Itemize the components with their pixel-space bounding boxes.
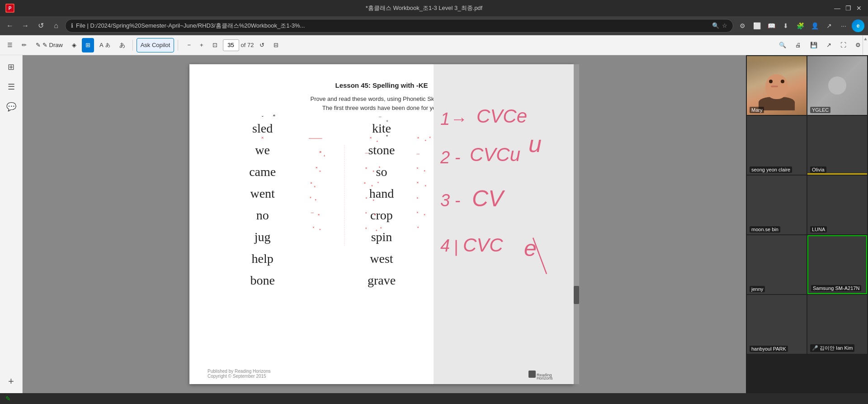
bookmarks-button[interactable]: ☰	[3, 79, 19, 95]
svg-text:4: 4	[440, 236, 450, 255]
whiteboard-svg: 1→ CVCe 2 - CVCu u 3 - CV 4 CVC e	[434, 64, 574, 384]
participant-name-yglec: YGLEC	[810, 107, 830, 113]
word-we: we	[255, 143, 270, 157]
main-content: ⊞ ☰ 💬 + Lesson 45: Spelling with -KE Pro…	[0, 55, 868, 393]
annotate-button[interactable]: ✏	[18, 38, 30, 52]
window-controls: — ❐ ✕	[834, 5, 863, 12]
lang-button[interactable]: あ	[116, 38, 129, 52]
participant-tile-luna[interactable]: LUNA	[807, 176, 867, 234]
font-button[interactable]: Aあ	[96, 38, 114, 52]
zoom-out-button[interactable]: −	[184, 38, 194, 52]
pdf-toolbar: ☰ ✏ ✎ ✎ Draw ◈ ⊞ Aあ あ Ask Copilot − + ⊡ …	[0, 35, 868, 55]
word-west: west	[370, 252, 393, 266]
footer-right-logo: Reading Horizons	[528, 369, 556, 380]
print-button[interactable]: 🖨	[792, 38, 805, 52]
back-button[interactable]: ←	[4, 19, 16, 32]
status-bar: ✎	[0, 393, 868, 404]
edge-copilot-icon[interactable]: e	[852, 19, 864, 32]
address-bar[interactable]: ℹ File | D:/2024/Spring%20Semester-April…	[65, 19, 733, 33]
participant-name-iankim: 🎤 김이안 Ian Kim	[810, 344, 854, 352]
word-kite: ki¯te+*	[372, 121, 391, 136]
toolbar-scroll[interactable]: ▲	[863, 35, 868, 55]
word-bone: bone	[250, 273, 274, 288]
search-pdf-button[interactable]: 🔍	[775, 38, 790, 52]
instruction-line1: Prove and read these words, using Phonet…	[310, 95, 453, 102]
word-column-2: ki¯te+* stone so hand crop spin west gra…	[350, 121, 413, 288]
close-button[interactable]: ✕	[855, 5, 863, 12]
extensions-icon[interactable]: 🧩	[794, 19, 807, 32]
svg-text:CV: CV	[472, 186, 505, 211]
pdf-page: Lesson 45: Spelling with -KE Prove and r…	[189, 64, 574, 384]
profile-icon[interactable]: 👤	[808, 19, 821, 32]
menu-button[interactable]: ☰	[4, 38, 16, 52]
forward-button[interactable]: →	[19, 19, 32, 32]
share-icon[interactable]: ↗	[823, 19, 835, 32]
participant-name-seong: seong yeon claire	[750, 166, 792, 173]
fit-width-button[interactable]: ⊟	[270, 38, 282, 52]
rotation-button[interactable]: ↺	[256, 38, 268, 52]
save-button[interactable]: 💾	[807, 38, 821, 52]
participant-name-mary: Mary	[750, 107, 764, 113]
participant-name-luna: LUNA	[810, 226, 827, 233]
participant-tile-seong[interactable]: seong yeon claire	[747, 116, 807, 175]
reading-mode-icon[interactable]: 📖	[765, 19, 778, 32]
word-grave: grave	[368, 273, 396, 288]
thumbnails-button[interactable]: ⊞	[3, 59, 19, 75]
word-sled: sleˇd * ×	[252, 121, 273, 136]
footer-left: Published by Reading Horizons Copyright …	[208, 369, 271, 380]
pdf-footer: Published by Reading Horizons Copyright …	[189, 369, 574, 380]
url-text: File | D:/2024/Spring%20Semester-April~J…	[76, 22, 709, 30]
participant-tile-olivia[interactable]: Olivia	[807, 116, 867, 175]
participant-name-jenny: jenny	[750, 286, 765, 292]
page-number-input[interactable]	[223, 39, 239, 51]
word-went: went	[250, 186, 274, 201]
participant-name-samsung: Samsung SM-A217N	[811, 285, 861, 291]
word-so: so	[376, 165, 387, 179]
browser-actions: ⚙ ⬜ 📖 ⬇ 🧩 👤 ↗ ··· e	[736, 19, 864, 32]
home-button[interactable]: ⌂	[50, 19, 62, 32]
more-icon[interactable]: ···	[837, 19, 850, 32]
fit-page-button[interactable]: ⊡	[209, 38, 221, 52]
participant-tile-moonsebin[interactable]: moon.se bin	[747, 176, 807, 234]
word-came: came	[249, 165, 276, 179]
svg-text:P: P	[9, 6, 12, 11]
participant-name-moonsebin: moon.se bin	[750, 226, 780, 233]
fullscreen-button[interactable]: ⛶	[837, 38, 850, 52]
word-column-1: sleˇd * × we came went no jug help bone	[231, 121, 294, 288]
app-logo: P	[5, 4, 14, 13]
comments-button[interactable]: 💬	[3, 99, 19, 115]
participant-panel: Mary YGLEC seong yeon claire Olivia moon…	[746, 55, 868, 393]
add-button[interactable]: +	[3, 373, 19, 390]
participant-tile-samsung[interactable]: Samsung SM-A217N	[807, 235, 867, 294]
svg-text:Horizons: Horizons	[537, 376, 553, 380]
participant-tile-mary[interactable]: Mary	[747, 56, 807, 115]
instruction-line2: The first three words have been done for…	[322, 105, 441, 111]
pdf-viewer[interactable]: Lesson 45: Spelling with -KE Prove and r…	[23, 55, 746, 393]
pdf-scrollbar-thumb[interactable]	[574, 286, 579, 304]
draw-button[interactable]: ✎ ✎ Draw	[32, 38, 66, 52]
svg-text:2 -: 2 -	[440, 148, 460, 167]
eraser-button[interactable]: ◈	[68, 38, 80, 52]
word-help: help	[252, 252, 274, 266]
participant-tile-jenny[interactable]: jenny	[747, 235, 807, 294]
page-total: of 72	[241, 42, 254, 48]
split-view-icon[interactable]: ⬜	[750, 19, 763, 32]
minimize-button[interactable]: —	[834, 5, 841, 12]
restore-button[interactable]: ❐	[844, 5, 852, 12]
share-pdf-button[interactable]: ↗	[823, 38, 835, 52]
participant-tile-iankim[interactable]: 🎤 김이안 Ian Kim	[807, 295, 867, 354]
settings-icon[interactable]: ⚙	[736, 19, 749, 32]
layout-button[interactable]: ⊞	[82, 38, 94, 52]
copilot-button[interactable]: Ask Copilot	[137, 38, 175, 52]
refresh-button[interactable]: ↺	[34, 19, 47, 32]
download-icon[interactable]: ⬇	[779, 19, 792, 32]
participant-tile-yglec[interactable]: YGLEC	[807, 56, 867, 115]
title-bar: P *홈클래스 Workbook_조1-3 Level 3_최종.pdf — ❐…	[0, 0, 868, 16]
participant-tile-hanbyoul[interactable]: hanbyoul PARK	[747, 295, 807, 354]
svg-text:3 -: 3 -	[440, 191, 460, 210]
zoom-in-button[interactable]: +	[196, 38, 207, 52]
word-hand: hand	[369, 186, 394, 201]
word-jug: jug	[255, 230, 271, 244]
pdf-scrollbar[interactable]	[574, 64, 579, 384]
whiteboard-area: 1→ CVCe 2 - CVCu u 3 - CV 4 CVC e	[434, 64, 574, 384]
